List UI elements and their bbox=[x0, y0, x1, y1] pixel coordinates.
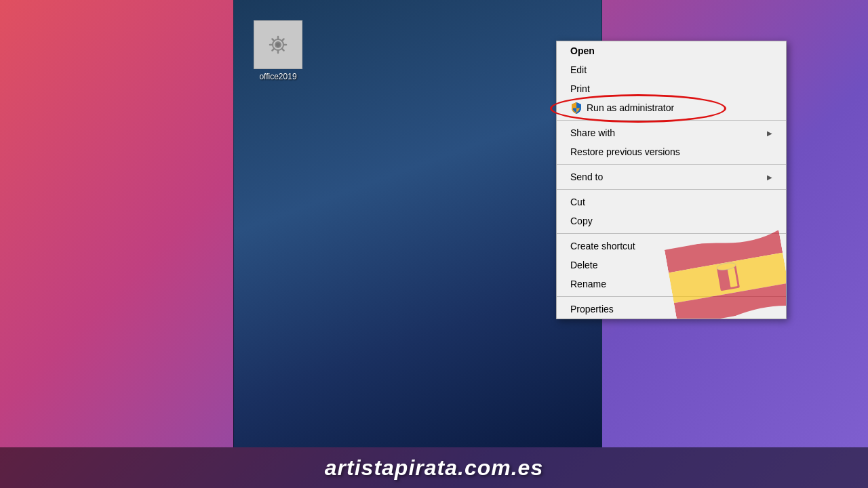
menu-item-share-with[interactable]: Share with ▶ bbox=[557, 123, 786, 142]
menu-item-delete[interactable]: Delete bbox=[557, 256, 786, 274]
menu-item-properties[interactable]: Properties bbox=[557, 300, 786, 319]
menu-item-open[interactable]: Open bbox=[557, 41, 786, 60]
menu-item-run-as-admin[interactable]: Run as administrator bbox=[557, 98, 786, 117]
menu-item-create-shortcut[interactable]: Create shortcut bbox=[557, 237, 786, 256]
menu-item-send-to[interactable]: Send to ▶ bbox=[557, 167, 786, 186]
watermark-bar: artistapirata.com.es bbox=[0, 447, 868, 488]
menu-item-cut[interactable]: Cut bbox=[557, 192, 786, 211]
watermark-text: artistapirata.com.es bbox=[325, 455, 543, 481]
menu-item-print[interactable]: Print bbox=[557, 79, 786, 98]
separator-4 bbox=[557, 233, 786, 234]
menu-item-edit[interactable]: Edit bbox=[557, 60, 786, 79]
run-as-admin-wrapper: Run as administrator bbox=[557, 98, 786, 117]
uac-shield-icon bbox=[570, 102, 583, 114]
arrow-icon: ▶ bbox=[767, 129, 772, 137]
separator-5 bbox=[557, 296, 786, 297]
context-menu: Open Edit Print bbox=[556, 41, 787, 319]
svg-point-2 bbox=[276, 43, 280, 47]
desktop-area: office2019 Open Edit Print bbox=[233, 0, 602, 447]
menu-item-restore[interactable]: Restore previous versions bbox=[557, 142, 786, 161]
separator-2 bbox=[557, 164, 786, 165]
desktop-icon-office2019[interactable]: office2019 bbox=[248, 20, 309, 81]
menu-item-copy[interactable]: Copy bbox=[557, 211, 786, 230]
separator-3 bbox=[557, 189, 786, 190]
menu-item-rename[interactable]: Rename bbox=[557, 274, 786, 293]
icon-label: office2019 bbox=[248, 72, 309, 81]
icon-image bbox=[254, 20, 302, 69]
separator-1 bbox=[557, 120, 786, 121]
gear-icon bbox=[264, 31, 292, 58]
arrow-icon-2: ▶ bbox=[767, 174, 772, 181]
